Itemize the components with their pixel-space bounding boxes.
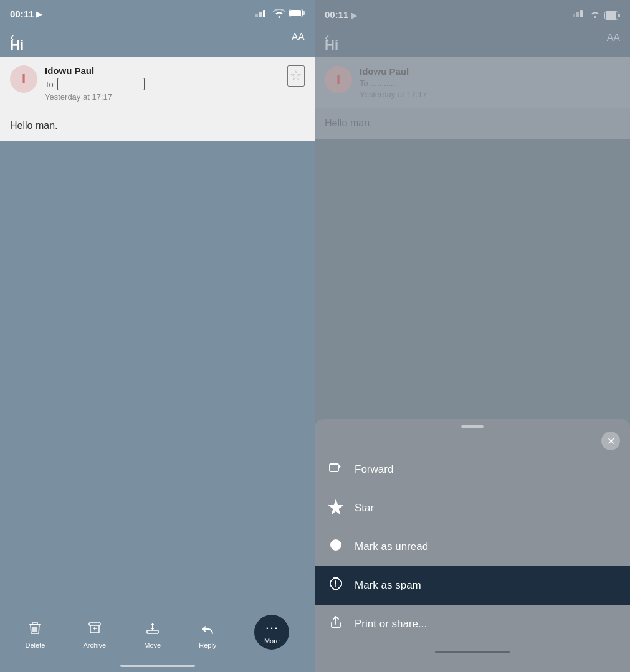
svg-rect-16 [606, 12, 616, 19]
forward-label: Forward [355, 463, 393, 476]
svg-rect-2 [263, 10, 265, 17]
move-icon [145, 620, 160, 639]
star-icon [327, 499, 345, 518]
location-icon: ▶ [36, 10, 42, 19]
svg-rect-13 [576, 12, 579, 17]
svg-rect-17 [618, 14, 620, 17]
right-page-title: Hi [325, 37, 338, 54]
sheet-item-mark-spam[interactable]: Mark as spam [315, 566, 630, 605]
email-timestamp: Yesterday at 17:17 [45, 92, 280, 102]
bottom-toolbar: Delete Archive Move [0, 610, 315, 665]
sender-name: Idowu Paul [45, 65, 280, 76]
battery-icon [289, 9, 305, 19]
sheet-close-row: ✕ [315, 428, 630, 450]
right-email-info: Idowu Paul To ............ Yesterday at … [360, 66, 620, 99]
print-share-label: Print or share... [355, 618, 427, 630]
right-aa-button: AA [607, 32, 620, 44]
email-card: I Idowu Paul To Yesterday at 17:17 ☆ [0, 57, 315, 110]
right-time: 00:11 ▶ [325, 9, 357, 20]
right-nav-bar: ‹ AA [315, 26, 630, 52]
bottom-sheet: ✕ Forward Star [315, 419, 630, 672]
right-panel: 00:11 ▶ [315, 0, 630, 672]
left-panel: 00:11 ▶ [0, 0, 315, 672]
email-info: Idowu Paul To Yesterday at 17:17 [45, 65, 280, 102]
star-label: Star [355, 502, 374, 514]
svg-rect-1 [259, 12, 262, 17]
left-status-bar: 00:11 ▶ [0, 0, 315, 26]
svg-rect-4 [290, 10, 301, 16]
sheet-item-star[interactable]: Star [315, 489, 630, 528]
svg-rect-10 [89, 623, 100, 625]
right-sender-name: Idowu Paul [360, 66, 620, 77]
right-email-body: Hello man. [315, 108, 630, 139]
mark-spam-label: Mark as spam [355, 579, 421, 592]
sheet-handle [461, 425, 484, 428]
svg-rect-12 [573, 14, 575, 17]
right-email-card: I Idowu Paul To ............ Yesterday a… [315, 57, 630, 108]
left-aa-button[interactable]: AA [292, 32, 305, 43]
svg-point-19 [330, 539, 341, 551]
left-time-text: 00:11 [10, 9, 34, 19]
right-timestamp: Yesterday at 17:17 [360, 90, 620, 99]
reply-icon [200, 620, 215, 639]
left-page-title: Hi [10, 37, 24, 54]
archive-button[interactable]: Archive [83, 620, 106, 649]
sheet-close-button[interactable]: ✕ [601, 432, 620, 450]
archive-icon [87, 620, 102, 639]
left-status-icons [255, 6, 305, 22]
email-body-text: Hello man. [10, 120, 57, 131]
sheet-item-mark-unread[interactable]: Mark as unread [315, 528, 630, 566]
more-label: More [264, 637, 280, 645]
right-status-icons [573, 6, 620, 22]
mark-unread-label: Mark as unread [355, 541, 428, 553]
archive-label: Archive [83, 641, 106, 649]
sheet-handle-row [315, 419, 630, 428]
circle-icon [327, 537, 345, 556]
svg-rect-6 [29, 624, 41, 625]
right-email-body-text: Hello man. [325, 118, 372, 128]
signal-icon [255, 6, 269, 22]
svg-rect-14 [580, 10, 583, 17]
to-row: To [45, 78, 280, 90]
delete-label: Delete [26, 641, 45, 649]
share-icon [327, 615, 345, 633]
left-nav-bar: ‹ AA [0, 26, 315, 52]
spam-icon [327, 576, 345, 595]
star-button[interactable]: ☆ [287, 65, 305, 87]
reply-button[interactable]: Reply [199, 620, 216, 649]
right-signal-icon [573, 12, 589, 22]
wifi-icon [272, 6, 286, 22]
right-to-row: To ............ [360, 78, 620, 88]
move-label: Move [144, 641, 161, 649]
right-status-bar: 00:11 ▶ [315, 0, 630, 26]
right-wifi-icon [588, 12, 604, 22]
email-body: Hello man. [0, 110, 315, 141]
svg-rect-0 [255, 14, 258, 17]
delete-button[interactable]: Delete [26, 620, 45, 649]
svg-point-21 [335, 585, 336, 587]
svg-rect-11 [147, 630, 158, 633]
to-label: To [45, 80, 54, 89]
avatar: I [10, 65, 37, 93]
to-field [57, 78, 145, 90]
svg-rect-5 [303, 11, 305, 15]
left-time: 00:11 ▶ [10, 9, 42, 19]
right-location-icon: ▶ [351, 11, 357, 20]
sheet-item-forward[interactable]: Forward [315, 450, 630, 489]
more-dots-icon: ··· [265, 620, 279, 636]
forward-icon [327, 460, 345, 479]
move-button[interactable]: Move [144, 620, 161, 649]
right-avatar: I [325, 66, 352, 93]
reply-label: Reply [199, 641, 216, 649]
left-home-indicator [120, 665, 195, 667]
delete-icon [27, 620, 42, 639]
right-time-text: 00:11 [325, 9, 348, 20]
right-home-indicator [435, 651, 510, 653]
sheet-item-print-share[interactable]: Print or share... [315, 605, 630, 643]
svg-rect-18 [330, 464, 338, 471]
right-battery-icon [604, 12, 620, 22]
more-button[interactable]: ··· More [254, 615, 289, 650]
left-main-area [0, 141, 315, 610]
